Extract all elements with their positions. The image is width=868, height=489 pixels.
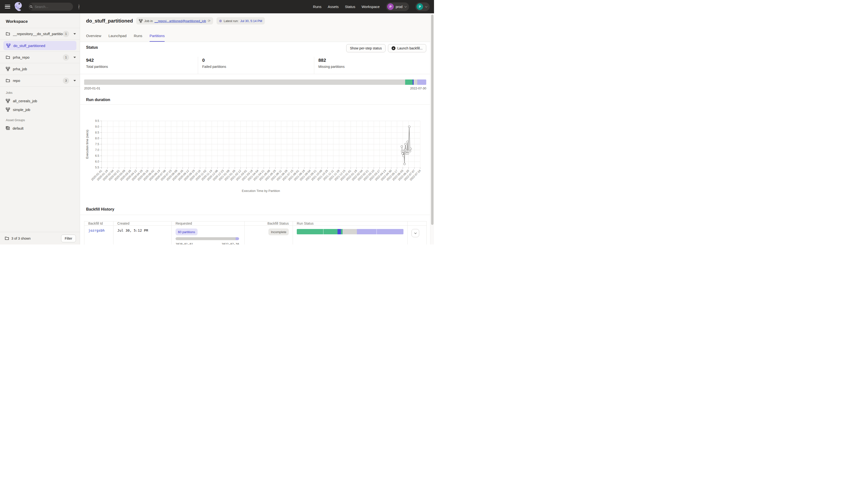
expand-row-button[interactable] <box>411 229 419 237</box>
requested-range-bar <box>176 237 239 240</box>
tab-launchpad[interactable]: Launchpad <box>108 34 127 42</box>
requested-partitions-badge[interactable]: 60 partitions <box>176 229 197 235</box>
sidebar-footer: 3 of 3 shown Filter <box>0 232 80 244</box>
global-search[interactable]: / <box>29 3 73 11</box>
job-icon <box>6 67 10 71</box>
col-requested: Requested <box>172 222 244 225</box>
tab-runs[interactable]: Runs <box>134 34 142 42</box>
caret-down-icon[interactable] <box>73 80 76 82</box>
chevron-down-icon <box>425 5 428 7</box>
row-actions-cell <box>407 226 427 244</box>
caret-down-icon[interactable] <box>73 33 76 35</box>
col-created: Created <box>113 222 172 225</box>
top-nav: / Runs Assets Status Workspace P prod P <box>0 0 434 13</box>
job-tabs: Overview Launchpad Runs Partitions <box>86 34 165 42</box>
svg-text:9.0: 9.0 <box>95 125 99 128</box>
filter-button[interactable]: Filter <box>61 234 76 242</box>
dagster-logo-icon[interactable] <box>14 2 23 12</box>
chevron-down-icon <box>414 232 416 234</box>
table-row: jozrgsbh Jul 30, 5:12 PM 60 partitions 2… <box>84 226 427 244</box>
backfill-requested-cell: 60 partitions 2020-01-01 2022-07-30 <box>172 226 244 244</box>
chevron-down-icon <box>404 5 407 7</box>
stat-missing-partitions: 882Missing partitions <box>314 57 430 74</box>
page-scrollbar[interactable] <box>430 13 434 244</box>
col-backfill-status: Backfill Status <box>244 222 293 225</box>
workspace-sidebar: Workspace __repository__do_stuff_partiti… <box>0 13 80 244</box>
job-icon <box>6 107 10 112</box>
sidebar-item-prha-repo[interactable]: prha_repo 1 <box>0 52 80 63</box>
latest-run-badge: Latest run: Jul 30, 5:14 PM <box>217 17 265 25</box>
sidebar-item-prha-job[interactable]: prha_job <box>0 63 80 75</box>
deployment-label: prod <box>396 5 402 9</box>
repo-count-badge: 3 <box>63 77 69 84</box>
partition-range-start: 2020-01-01 <box>84 87 100 90</box>
run-status-cell <box>293 226 407 244</box>
sidebar-item-do-stuff-partitioned[interactable]: do_stuff_partitioned <box>3 41 76 50</box>
svg-text:7.5: 7.5 <box>95 142 99 146</box>
search-shortcut-badge: / <box>79 4 79 9</box>
search-icon <box>30 4 33 10</box>
asset-group-icon <box>6 126 10 130</box>
partition-range-end: 2022-07-30 <box>410 87 427 90</box>
user-menu[interactable]: P <box>415 2 430 11</box>
folder-icon <box>6 32 10 36</box>
sidebar-item-repo[interactable]: repo 3 <box>0 75 80 87</box>
plus-circle-icon: + <box>392 46 396 50</box>
svg-text:Execution time (secs): Execution time (secs) <box>86 130 89 159</box>
execution-time-chart[interactable]: 2020-01-012020-01-182020-02-042020-02-21… <box>80 107 427 196</box>
job-icon <box>6 99 10 103</box>
repo-count-badge: 1 <box>63 31 69 37</box>
user-avatar: P <box>416 3 423 10</box>
deployment-avatar: P <box>387 3 394 10</box>
sidebar-item-all-cereals-job[interactable]: all_cereals_job <box>0 96 80 105</box>
run-status-bar[interactable] <box>297 229 403 234</box>
svg-text:Execution Time by Partition: Execution Time by Partition <box>242 189 280 193</box>
caret-down-icon[interactable] <box>73 57 76 58</box>
job-icon <box>139 19 143 23</box>
col-actions <box>407 222 427 225</box>
nav-workspace[interactable]: Workspace <box>362 5 380 9</box>
col-backfill-id: Backfill Id <box>84 222 113 225</box>
folder-icon <box>6 56 10 59</box>
run-status-dot-icon <box>219 20 222 22</box>
sidebar-title: Workspace <box>0 13 80 28</box>
show-per-step-status-button[interactable]: Show per-step status <box>346 44 385 52</box>
tab-overview[interactable]: Overview <box>86 34 101 42</box>
hamburger-menu-icon[interactable] <box>5 4 10 10</box>
nav-runs[interactable]: Runs <box>313 5 321 9</box>
backfill-created: Jul 30, 5:12 PM <box>113 226 172 244</box>
deployment-switcher[interactable]: P prod <box>386 2 409 11</box>
sidebar-item-simple-job[interactable]: simple_job <box>0 105 80 114</box>
folder-icon <box>5 236 9 240</box>
reload-icon[interactable]: ⟳ <box>208 19 211 23</box>
stat-failed-partitions: 0Failed partitions <box>198 57 314 74</box>
latest-run-link[interactable]: Jul 30, 5:14 PM <box>240 19 262 23</box>
nav-status[interactable]: Status <box>345 5 355 9</box>
nav-assets[interactable]: Assets <box>328 5 339 9</box>
backfill-id-link[interactable]: jozrgsbh <box>84 226 113 244</box>
page-title: do_stuff_partitioned <box>86 18 133 24</box>
col-run-status: Run Status <box>293 222 407 225</box>
sidebar-item-repository-do-stuff[interactable]: __repository__do_stuff_partitio... 1 <box>0 28 80 40</box>
backfill-history-heading: Backfill History <box>86 207 114 211</box>
svg-text:7.0: 7.0 <box>95 148 99 152</box>
table-header-row: Backfill Id Created Requested Backfill S… <box>84 222 427 226</box>
svg-text:6.5: 6.5 <box>95 154 99 158</box>
partition-stats: 942Total partitions 0Failed partitions 8… <box>80 57 430 74</box>
scrollbar-thumb[interactable] <box>431 14 434 225</box>
job-origin-link[interactable]: __reposi...artitioned@partitioned_job <box>154 19 206 23</box>
svg-text:8.0: 8.0 <box>95 137 99 140</box>
partition-status-bar[interactable] <box>84 79 426 85</box>
svg-text:9.5: 9.5 <box>95 119 99 123</box>
run-duration-heading: Run duration <box>86 98 110 102</box>
job-origin-badge: Job in __reposi...artitioned@partitioned… <box>136 17 213 25</box>
repo-count-badge: 1 <box>63 54 69 61</box>
backfill-history-table: Backfill Id Created Requested Backfill S… <box>84 221 427 244</box>
tab-partitions[interactable]: Partitions <box>150 34 165 42</box>
sidebar-item-default-asset-group[interactable]: default <box>0 124 80 133</box>
search-input[interactable] <box>35 5 79 9</box>
folder-icon <box>6 79 10 83</box>
stat-total-partitions: 942Total partitions <box>80 57 198 74</box>
launch-backfill-button[interactable]: + Launch backfill... <box>388 44 426 52</box>
backfill-status-cell: Incomplete <box>244 226 293 244</box>
